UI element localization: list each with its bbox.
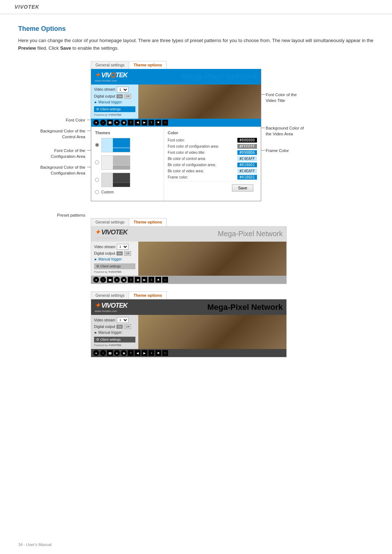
ctrl-btn-5[interactable]: ◉ [121,120,127,126]
color-row-1: Font color of configuration area: #FFFFF… [168,144,257,149]
c3-4[interactable]: ● [114,350,120,356]
preview-body-3: Video stream 1 Digital output On Off ► M… [91,315,286,349]
c2-4[interactable]: ● [114,277,120,283]
logo-area-2: ✦ VIVOTEK www.vivotek.com [95,228,127,239]
c3-9[interactable]: ⇩ [148,350,154,356]
tab-bar-3: General settings Theme options [91,291,167,299]
theme-preview-2[interactable] [101,155,130,170]
preview-2-body: ✦ VIVOTEK www.vivotek.com Mega-Pixel Net… [91,226,287,284]
vs-select-2[interactable]: 1 [117,244,128,250]
sidebar-3: Video stream 1 Digital output On Off ► M… [91,315,138,349]
vivotek-logo-2: ✦ VIVOTEK [95,228,127,236]
color-badge-4: #0186D1 [237,163,257,167]
theme-option-custom: Custom [95,190,160,194]
ctrl-btn-10[interactable]: ✖ [155,120,161,126]
c3-10[interactable]: ✖ [155,350,161,356]
themes-colors-section: Themes [91,127,261,201]
ctrl-btn-8[interactable]: ▶ [142,120,147,126]
vivotek-logo: ✦ VIVOTEK [95,71,127,79]
c2-7[interactable]: ◀ [135,277,140,283]
client-settings-btn[interactable]: ⚙ Client settings [94,106,135,112]
page-title: Theme Options [18,25,374,33]
themes-section: Themes [91,127,164,201]
c2-2[interactable]: ○ [100,277,106,283]
preview-3-body: ✦ VIVOTEK www.vivotek.com Mega-Pixel Net… [91,299,287,357]
video-stream-select[interactable]: 1 [117,87,128,93]
ctrl-btn-6[interactable]: ⇧ [128,120,134,126]
themes-title: Themes [95,131,160,135]
logo-area: ✦ VIVOTEK www.vivotek.com [95,71,127,82]
mega-title-2: Mega-Pixel Network [218,230,283,238]
theme-preview-3[interactable] [101,173,130,187]
off-2[interactable]: Off [124,251,131,256]
on-button[interactable]: On [117,94,123,98]
vs-select-3[interactable]: 1 [117,317,128,323]
logo-sub: www.vivotek.com [95,79,127,82]
mega-pixel-title-1: Mega-Pixel Network [182,72,257,81]
annotation-bg-config: Background Color of theConfiguration Are… [18,164,91,176]
c2-10[interactable]: ✖ [155,277,161,283]
c3-8[interactable]: ▶ [142,350,147,356]
manual-trigger-row: ► Manual trigger: [94,100,135,104]
gear-icon-2: ⚙ [96,264,99,268]
gear-icon-3: ⚙ [96,338,99,341]
gear-icon: ⚙ [96,107,99,111]
ctrl-btn-3[interactable]: ▮▮ [107,120,113,126]
preview-section-2: General settings Theme options ✦ VIVOTEK… [91,218,287,284]
arrow-icon-3: ► [94,331,98,335]
radio-3[interactable] [95,178,99,182]
c3-11[interactable]: □ [162,350,168,356]
off-3[interactable]: Off [124,324,131,329]
radio-1[interactable] [95,143,99,147]
theme-preview-1[interactable] [101,138,130,152]
tab-bar-2: General settings Theme options [91,218,167,226]
tab-theme-2[interactable]: Theme options [129,218,166,226]
arrow-icon: ► [94,100,98,104]
radio-custom[interactable] [95,190,99,194]
c3-5[interactable]: ◉ [121,350,127,356]
c3-7[interactable]: ◀ [135,350,140,356]
ctrl-btn-1[interactable]: ● [93,120,99,126]
tab-theme-3[interactable]: Theme options [129,292,166,299]
sidebar-2: Video stream 1 Digital output On Off ► M… [91,242,138,276]
ctrl-btn-9[interactable]: ⇩ [148,120,154,126]
color-row-0: Font color: #000000 [168,138,257,143]
c3-2[interactable]: ○ [100,350,106,356]
color-badge-2: #098BD6 [237,150,257,155]
tab-theme[interactable]: Theme options [129,61,166,69]
off-button[interactable]: Off [124,94,131,99]
video-placeholder-1 [138,85,261,119]
c3-1[interactable]: ● [93,350,99,356]
tab-general-2[interactable]: General settings [91,218,129,226]
annotation-frame-color: Frame Color [261,148,334,153]
annotation-font-config: Font Color of theConfiguration Area [18,148,91,159]
client-settings-2[interactable]: ⚙ Client settings [94,263,135,269]
brand-label: VIVOTEK [15,4,39,10]
color-row-4: Bk color of configuration area: #0186D1 [168,163,257,167]
c2-9[interactable]: ⇩ [148,277,154,283]
c2-6[interactable]: ⇧ [128,277,134,283]
ctrl-btn-2[interactable]: ○ [100,120,106,126]
c2-3[interactable]: ▮▮ [107,277,113,283]
c3-6[interactable]: ⇧ [128,350,134,356]
c3-3[interactable]: ▮▮ [107,350,113,356]
annotation-preset: Preset patterns [18,212,91,218]
tab-general-3[interactable]: General settings [91,292,129,299]
on-2[interactable]: On [117,251,123,255]
ctrl-btn-4[interactable]: ● [114,120,120,126]
c2-8[interactable]: ▶ [142,277,147,283]
c2-11[interactable]: □ [162,277,168,283]
video-placeholder-2 [138,242,286,276]
color-badge-6: #0186D1 [237,175,257,180]
on-3[interactable]: On [117,325,123,329]
save-button[interactable]: Save [232,184,253,192]
tab-general[interactable]: General settings [91,61,129,69]
client-settings-3[interactable]: ⚙ Client settings [94,337,135,342]
ctrl-btn-11[interactable]: □ [162,120,168,126]
main-diagram: Font Color Background Color of theContro… [18,61,374,218]
c2-5[interactable]: ◉ [121,277,127,283]
ctrl-btn-7[interactable]: ◀ [135,120,140,126]
radio-2[interactable] [95,160,99,164]
c2-1[interactable]: ● [93,277,99,283]
color-badge-1: #FFFFFF [237,144,257,149]
